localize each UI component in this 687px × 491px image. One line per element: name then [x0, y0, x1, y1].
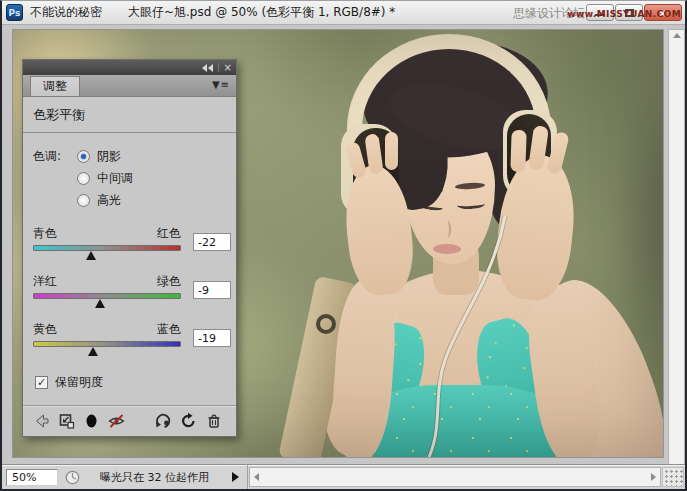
- adjustments-panel: × 调整 ▼≡ 色彩平衡 色调: 阴影中间调高光 青色红色洋红绿色黄色蓝色 ✓ …: [22, 59, 237, 437]
- slider-track[interactable]: [33, 293, 181, 299]
- slider-magenta-green: 洋红绿色: [33, 273, 231, 309]
- scroll-left-icon[interactable]: [254, 473, 259, 481]
- slider-track[interactable]: [33, 341, 181, 347]
- view-previous-state-icon[interactable]: [153, 412, 174, 430]
- slider-thumb[interactable]: [88, 347, 98, 356]
- tab-adjustments[interactable]: 调整: [30, 76, 80, 96]
- tone-caption: 色调:: [33, 148, 77, 211]
- status-bar: 50% 曝光只在 32 位起作用: [2, 465, 248, 489]
- reset-adjustment-icon[interactable]: [178, 412, 199, 430]
- slider-left-label: 青色: [33, 225, 57, 242]
- tone-option-highlights[interactable]: 高光: [77, 189, 133, 211]
- slider-value-input[interactable]: [193, 281, 231, 299]
- slider-right-label: 红色: [157, 225, 181, 242]
- delete-adjustment-icon[interactable]: [203, 412, 224, 430]
- horizontal-scrollbar[interactable]: [249, 467, 661, 487]
- preserve-luminosity-label: 保留明度: [55, 374, 103, 391]
- slider-yellow-blue: 黄色蓝色: [33, 321, 231, 357]
- slider-value-input[interactable]: [193, 329, 231, 347]
- radio-highlights[interactable]: [77, 194, 90, 207]
- watermark-url-text: www.MISSYUAN.COM: [567, 9, 681, 19]
- tone-option-label: 高光: [97, 192, 121, 209]
- photoshop-document-window: Ps 不能说的秘密 大眼仔~旭.psd @ 50% (色彩平衡 1, RGB/8…: [0, 0, 687, 491]
- photoshop-app-icon: Ps: [6, 4, 23, 21]
- radio-midtones[interactable]: [77, 172, 90, 185]
- slider-track[interactable]: [33, 245, 181, 251]
- slider-right-label: 绿色: [157, 273, 181, 290]
- collapse-to-icons-icon[interactable]: [201, 64, 213, 72]
- vertical-scrollbar[interactable]: [668, 29, 685, 473]
- status-doc-icon[interactable]: [64, 469, 81, 486]
- slider-left-label: 洋红: [33, 273, 57, 290]
- radio-shadows-selected[interactable]: [77, 150, 90, 163]
- tone-option-label: 阴影: [97, 148, 121, 165]
- slider-right-label: 蓝色: [157, 321, 181, 338]
- status-menu-arrow-icon[interactable]: [232, 472, 239, 482]
- slider-thumb[interactable]: [86, 251, 96, 260]
- clip-to-layer-icon[interactable]: [56, 412, 77, 430]
- tone-option-label: 中间调: [97, 170, 133, 187]
- titlebar[interactable]: Ps 不能说的秘密 大眼仔~旭.psd @ 50% (色彩平衡 1, RGB/8…: [2, 1, 685, 25]
- zoom-level-field[interactable]: 50%: [6, 469, 58, 486]
- panel-footer-toolbar: [23, 405, 236, 435]
- close-panel-icon[interactable]: ×: [224, 63, 232, 73]
- panel-tab-strip: 调整 ▼≡: [23, 75, 236, 97]
- layer-visibility-icon[interactable]: [81, 412, 102, 430]
- panel-header-bar[interactable]: ×: [23, 60, 236, 75]
- preserve-luminosity-checkbox[interactable]: ✓: [35, 376, 48, 389]
- status-message: 曝光只在 32 位起作用: [81, 470, 228, 485]
- return-to-adjustment-list-icon[interactable]: [31, 412, 52, 430]
- panel-menu-icon[interactable]: ▼≡: [212, 79, 230, 90]
- resize-grip[interactable]: [662, 467, 684, 487]
- color-balance-sliders: 青色红色洋红绿色黄色蓝色: [23, 215, 236, 357]
- slider-left-label: 黄色: [33, 321, 57, 338]
- document-client-area: × 调整 ▼≡ 色彩平衡 色调: 阴影中间调高光 青色红色洋红绿色黄色蓝色 ✓ …: [2, 25, 685, 489]
- tone-options: 阴影中间调高光: [77, 145, 133, 211]
- window-title-document: 大眼仔~旭.psd @ 50% (色彩平衡 1, RGB/8#) *: [128, 4, 395, 21]
- scroll-right-icon[interactable]: [651, 473, 656, 481]
- color-balance-title: 色彩平衡: [23, 97, 236, 133]
- window-title-song: 不能说的秘密: [30, 4, 102, 21]
- slider-thumb[interactable]: [95, 299, 105, 308]
- preserve-luminosity-row[interactable]: ✓ 保留明度: [23, 369, 236, 391]
- tone-option-shadows[interactable]: 阴影: [77, 145, 133, 167]
- slider-cyan-red: 青色红色: [33, 225, 231, 261]
- slider-value-input[interactable]: [193, 233, 231, 251]
- tone-option-midtones[interactable]: 中间调: [77, 167, 133, 189]
- status-bar-row: 50% 曝光只在 32 位起作用: [2, 464, 685, 489]
- scroll-up-icon[interactable]: [673, 33, 681, 38]
- visibility-off-icon[interactable]: [106, 412, 127, 430]
